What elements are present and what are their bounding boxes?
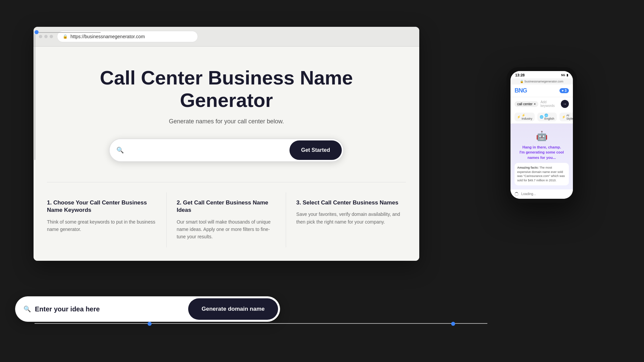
- step-3-desc: Save your favorites, verify domain avail…: [296, 210, 406, 226]
- mobile-send-button[interactable]: →: [561, 100, 569, 108]
- filter-industry-icon: ⚡: [517, 115, 521, 119]
- mobile-keyword-tag[interactable]: call center ×: [515, 101, 538, 107]
- step-2-desc: Our smart tool will make thousands of un…: [177, 218, 276, 241]
- url-text: https://businessnamegenerator.com: [70, 34, 145, 39]
- step-2: 2. Get Call Center Business Name Ideas O…: [167, 192, 286, 247]
- title-line1: Call Center Business Name: [100, 67, 353, 88]
- dot-2: [44, 35, 48, 38]
- dot-3: [50, 35, 53, 38]
- mobile-heart-badge[interactable]: ♥ 3: [559, 88, 569, 93]
- step-1-title: 1. Choose Your Call Center Business Name…: [47, 199, 156, 214]
- filter-ai-icon: ⚡: [562, 115, 566, 119]
- signal-icon: 5G: [561, 73, 565, 77]
- mobile-app-header: BNG ♥ 3: [511, 84, 573, 97]
- selection-line-bottom: [35, 323, 487, 324]
- mobile-mockup: 13:28 5G ▮ 🔒 businessnamegenerator.com B…: [506, 67, 577, 203]
- selection-handle-tl: [35, 30, 39, 34]
- page-subtitle: Generate names for your call center belo…: [47, 118, 406, 125]
- step-3-title: 3. Select Call Center Business Names: [296, 199, 406, 206]
- mobile-url-bar: 🔒 businessnamegenerator.com: [511, 78, 573, 84]
- step-1: 1. Choose Your Call Center Business Name…: [47, 192, 167, 247]
- filter-ai-label: AI Style: [567, 114, 573, 120]
- mobile-logo: BNG: [515, 87, 527, 94]
- mobile-loading-bar: Loading...: [511, 189, 573, 199]
- selection-line-left-top: [35, 34, 35, 160]
- selection-handle-br: [451, 322, 455, 326]
- loading-label: Loading...: [521, 192, 536, 196]
- bottom-bar-input-area: 🔍 Enter your idea here: [15, 299, 186, 320]
- step-2-title: 2. Get Call Center Business Name Ideas: [177, 199, 276, 214]
- mobile-filter-ai-style[interactable]: ⚡ AI Style: [559, 113, 573, 121]
- generate-domain-button[interactable]: Generate domain name: [188, 298, 278, 320]
- mobile-status-bar: 13:28 5G ▮: [511, 71, 573, 78]
- loading-spinner-icon: [515, 192, 519, 196]
- step-3: 3. Select Call Center Business Names Sav…: [286, 192, 406, 247]
- step-1-desc: Think of some great keywords to put in t…: [47, 218, 156, 233]
- mobile-time: 13:28: [515, 73, 525, 77]
- page-title: Call Center Business Name Generator: [47, 67, 406, 111]
- search-input-area: 🔍: [110, 139, 288, 161]
- filter-industry-label: ⚡ Industry: [522, 114, 532, 120]
- mobile-filters: ⚡ ⚡ Industry 🌐 🌐 English ⚡ AI Style ↻: [511, 111, 573, 124]
- main-search-bar[interactable]: 🔍 Get Started: [109, 138, 344, 162]
- bottom-placeholder: Enter your idea here: [35, 305, 100, 313]
- mobile-filter-english[interactable]: 🌐 🌐 English: [537, 113, 557, 121]
- get-started-button[interactable]: Get Started: [289, 140, 342, 160]
- mobile-filter-industry[interactable]: ⚡ ⚡ Industry: [515, 113, 535, 121]
- selection-handle-bl: [148, 322, 152, 326]
- browser-dots: [39, 35, 53, 38]
- selection-line-top: [39, 32, 101, 33]
- steps-container: 1. Choose Your Call Center Business Name…: [47, 182, 406, 247]
- mobile-add-keywords-placeholder[interactable]: Add keywords: [540, 100, 559, 108]
- dot-1: [39, 35, 42, 38]
- lock-icon: 🔒: [63, 34, 68, 39]
- mobile-lock-icon: 🔒: [520, 80, 524, 83]
- browser-content: Call Center Business Name Generator Gene…: [34, 47, 419, 261]
- filter-english-label: 🌐 English: [544, 114, 554, 120]
- bottom-bar-mockup: 🔍 Enter your idea here Generate domain n…: [15, 296, 280, 322]
- bottom-search-icon: 🔍: [23, 305, 31, 313]
- search-input[interactable]: [127, 147, 281, 153]
- mobile-chat-area: 🤖 Hang in there, champ.I'm generating so…: [511, 124, 573, 189]
- keyword-remove-icon[interactable]: ×: [534, 102, 536, 106]
- mobile-search-area: call center × Add keywords →: [511, 97, 573, 111]
- robot-emoji: 🤖: [536, 130, 548, 141]
- browser-toolbar: 🔒 https://businessnamegenerator.com: [34, 27, 419, 47]
- mobile-screen: 13:28 5G ▮ 🔒 businessnamegenerator.com B…: [511, 71, 573, 199]
- search-icon: 🔍: [116, 146, 124, 154]
- fact-box: Amazing facts: The most expensive domain…: [515, 163, 569, 185]
- mobile-signal-icons: 5G ▮: [561, 73, 568, 77]
- browser-mockup: 🔒 https://businessnamegenerator.com Call…: [34, 27, 419, 261]
- mobile-url-text: businessnamegenerator.com: [525, 80, 564, 83]
- filter-english-icon: 🌐: [540, 115, 543, 119]
- fact-prefix: Amazing facts:: [517, 166, 539, 169]
- title-line2: Generator: [180, 89, 273, 111]
- generating-text: Hang in there, champ.I'm generating some…: [520, 145, 564, 160]
- keyword-text: call center: [517, 102, 533, 106]
- battery-icon: ▮: [567, 73, 568, 77]
